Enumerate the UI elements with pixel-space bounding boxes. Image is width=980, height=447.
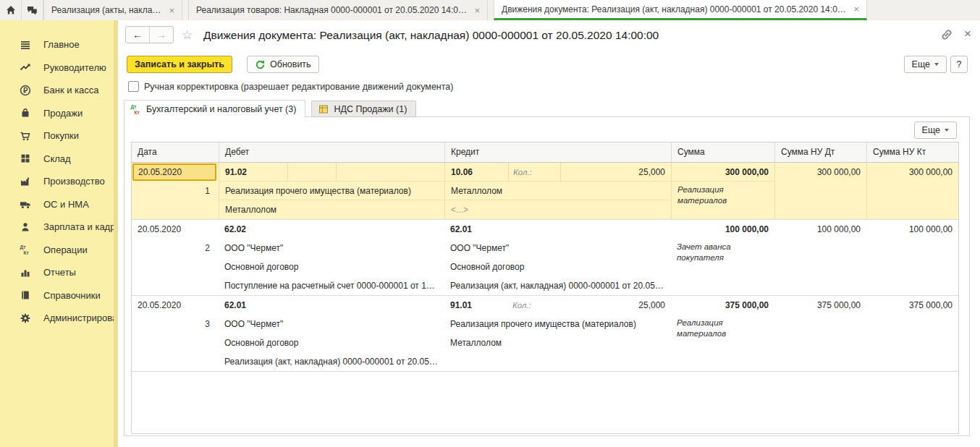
column-header: Сумма НУ Кт: [866, 142, 958, 162]
analytics-line: Основной договор: [219, 257, 444, 276]
analytics-line: ООО "Чермет": [444, 239, 671, 257]
column-header: Сумма НУ Дт: [774, 142, 866, 162]
sum-nu-dt-value: 375 000,00: [774, 296, 866, 315]
sidebar-item[interactable]: Банк и касса: [0, 79, 114, 102]
sidebar-item[interactable]: Руководителю: [0, 56, 114, 80]
sidebar-item-label: Справочники: [43, 290, 101, 301]
account-cell: 62.01ООО "Чермет"Основной договорРеализа…: [219, 296, 444, 371]
account-cell: 62.02ООО "Чермет"Основной договорПоступл…: [219, 220, 444, 295]
more-button[interactable]: Еще: [904, 56, 947, 73]
date-cell: 20.05.20201: [132, 163, 219, 219]
save-and-close-button[interactable]: Записать и закрыть: [127, 56, 232, 73]
selected-cell: 20.05.2020: [132, 163, 216, 181]
sum-nu-dt-value: 100 000,00: [774, 220, 866, 239]
sidebar-item[interactable]: Производство: [0, 170, 114, 193]
operation-comment: Зачет аванса покупателя: [671, 239, 762, 263]
tab-close-icon[interactable]: ×: [853, 4, 859, 14]
chart-icon: [20, 267, 31, 278]
more-label: Еще: [912, 59, 930, 69]
table-more-button[interactable]: Еще: [914, 122, 957, 139]
operation-comment: Реализация материалов: [672, 182, 763, 206]
forward-button[interactable]: →: [149, 27, 173, 43]
sidebar-item[interactable]: ДтКтОперации: [0, 239, 114, 262]
sidebar-item[interactable]: Зарплата и кадры: [0, 216, 114, 239]
back-button[interactable]: ←: [126, 27, 149, 43]
window-tab[interactable]: Реализация товаров: Накладная 0000-00000…: [188, 0, 488, 20]
row-number: 1: [132, 182, 219, 200]
sidebar-item-label: Продажи: [43, 108, 83, 119]
date-value: 20.05.2020: [132, 224, 181, 234]
sum-nu-dt-cell: 100 000,00: [774, 220, 866, 295]
operation-comment: Реализация материалов: [671, 315, 762, 339]
help-button[interactable]: ?: [950, 56, 968, 73]
tab-close-icon[interactable]: ×: [474, 5, 480, 16]
qty-label: Кол.:: [509, 163, 561, 181]
vat-table-icon: [318, 103, 329, 115]
doc-tab-label: Бухгалтерский и налоговый учет (3): [146, 104, 296, 114]
date-line: 20.05.2020: [132, 296, 219, 315]
sidebar-item-label: Покупки: [43, 130, 79, 141]
analytics-line: Реализация прочего имущества (материалов…: [219, 182, 444, 200]
window-tab[interactable]: Движения документа: Реализация (акт, нак…: [494, 0, 867, 20]
table-row[interactable]: 20.05.2020362.01ООО "Чермет"Основной дог…: [132, 296, 958, 372]
sidebar-item[interactable]: Главное: [0, 33, 114, 56]
qty-value: 25,000: [560, 296, 671, 315]
warehouse-icon: [20, 153, 31, 164]
date-cell: 20.05.20202: [132, 220, 219, 295]
refresh-button[interactable]: Обновить: [247, 56, 319, 73]
doc-tab[interactable]: НДС Продажи (1): [311, 101, 416, 117]
account-cell: 10.06Кол.:25,000Металлолом<...>: [444, 163, 671, 219]
table-row[interactable]: 20.05.2020191.02Реализация прочего имуще…: [132, 163, 958, 220]
sidebar-item-label: ОС и НМА: [43, 199, 89, 210]
qty-label: [288, 163, 337, 181]
ruble-icon: [20, 85, 31, 96]
sidebar-item-label: Операции: [43, 244, 88, 255]
analytics-line: Реализация (акт, накладная) 0000-000001 …: [219, 352, 444, 371]
favorite-star-icon[interactable]: ☆: [182, 27, 193, 44]
date-cell: 20.05.20203: [132, 296, 219, 371]
account-cell: 91.02Реализация прочего имущества (матер…: [219, 163, 444, 219]
analytics-line: Реализация прочего имущества (материалов…: [444, 315, 671, 333]
movements-table: ДатаДебетКредитСуммаСумма НУ ДтСумма НУ …: [131, 142, 959, 434]
get-link-icon[interactable]: [939, 27, 954, 42]
sidebar-item[interactable]: Справочники: [0, 284, 114, 307]
sum-nu-kt-cell: 300 000,00: [866, 163, 958, 219]
chevron-down-icon: [934, 63, 939, 66]
chat-icon[interactable]: [22, 0, 43, 20]
sidebar-item[interactable]: Отчеты: [0, 261, 114, 284]
window-tab-label: Реализация (акты, накладные): [51, 5, 162, 15]
sum-cell: 375 000,00Реализация материалов: [671, 296, 774, 371]
manual-adjustment-checkbox[interactable]: [128, 81, 139, 92]
analytics-line: Основной договор: [444, 257, 671, 276]
chevron-down-icon: [945, 129, 949, 132]
sidebar-item[interactable]: Склад: [0, 148, 114, 171]
account-number: 91.01: [444, 296, 508, 315]
sidebar-item[interactable]: Покупки: [0, 124, 114, 148]
sum-nu-kt-cell: 375 000,00: [866, 296, 958, 371]
sidebar-item[interactable]: ОС и НМА: [0, 193, 114, 216]
home-icon[interactable]: [0, 0, 22, 20]
table-row[interactable]: 20.05.2020262.02ООО "Чермет"Основной дог…: [132, 220, 958, 296]
manual-adjustment-label: Ручная корректировка (разрешает редактир…: [144, 82, 453, 92]
dtkt-icon: ДтКт: [20, 244, 31, 255]
qty-value: [337, 163, 444, 181]
sum-value: 375 000,00: [671, 296, 774, 315]
row-number: 2: [132, 239, 219, 257]
close-form-icon[interactable]: ×: [964, 25, 971, 43]
sum-nu-dt-cell: 375 000,00: [774, 296, 866, 371]
window-tab-label: Реализация товаров: Накладная 0000-00000…: [196, 5, 468, 15]
sidebar-item[interactable]: Продажи: [0, 102, 114, 125]
window-tab-bar: Реализация (акты, накладные)×Реализация …: [0, 0, 980, 21]
account-line: 62.01: [219, 296, 444, 315]
window-tab[interactable]: Реализация (акты, накладные)×: [43, 0, 182, 20]
doc-tab[interactable]: ДтКтБухгалтерский и налоговый учет (3): [124, 100, 305, 117]
sidebar-item-label: Склад: [43, 153, 71, 164]
column-header: Дебет: [219, 142, 444, 162]
account-number: 10.06: [445, 163, 509, 181]
sum-nu-kt-value: 300 000,00: [867, 163, 958, 182]
table-body: 20.05.2020191.02Реализация прочего имуще…: [132, 163, 958, 372]
sidebar-item[interactable]: Администрирование: [0, 307, 114, 330]
tab-close-icon[interactable]: ×: [169, 5, 174, 16]
analytics-line: Металлолом: [444, 333, 671, 352]
account-line: 91.01Кол.:25,000: [444, 296, 671, 315]
